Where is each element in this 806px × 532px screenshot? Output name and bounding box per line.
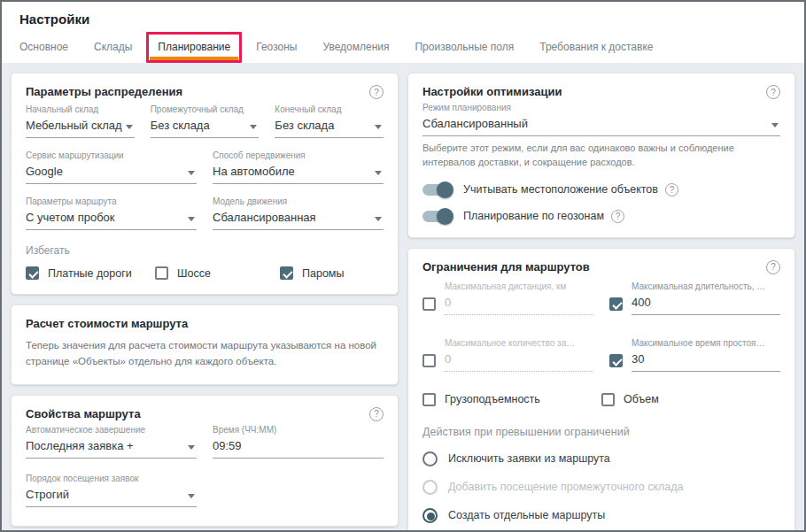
checkbox-label: Паромы — [302, 267, 344, 280]
action-add-depot-visit-radio: Добавить посещение промежуточного склада — [422, 480, 780, 495]
field-label: Автоматическое завершение — [26, 425, 197, 435]
page-header: Настройки Основное Склады Планирование Г… — [2, 2, 804, 63]
max-duration-input[interactable]: Максимальная длительность, … 400 — [632, 281, 780, 315]
toggle-row-geofences: Планирование по геозонам — [422, 210, 780, 223]
checkbox-icon — [155, 266, 168, 280]
action-create-separate-routes-radio[interactable]: Создать отдельные маршруты — [422, 508, 780, 523]
dropdown-arrow-icon — [188, 445, 195, 450]
max-distance-limit: Максимальная дистанция, км 0 — [422, 281, 593, 315]
settings-content: Параметры распределения Начальный склад … — [2, 63, 804, 532]
geofence-planning-toggle[interactable] — [422, 211, 452, 222]
field-label: Конечный склад — [275, 104, 384, 114]
checkbox-label: Грузоподъемность — [445, 393, 540, 405]
toggle-label: Учитывать местоположение объектов — [463, 183, 658, 196]
travel-mode-select[interactable]: Способ передвижения На автомобиле — [213, 150, 384, 184]
tab-delivery-requirements[interactable]: Требования к доставке — [539, 35, 653, 63]
end-warehouse-select[interactable]: Конечный склад Без склада — [275, 104, 384, 138]
radio-icon — [422, 451, 438, 466]
help-icon[interactable] — [665, 183, 678, 197]
tab-general[interactable]: Основное — [19, 35, 68, 63]
card-title: Настройки оптимизации — [422, 85, 562, 98]
tab-label: Геозоны — [256, 41, 297, 53]
field-value: Без склада — [275, 119, 334, 132]
time-input[interactable]: Время (ЧЧ:ММ) 09:59 — [213, 425, 384, 459]
tab-planning[interactable]: Планирование — [158, 35, 230, 63]
capacity-checkbox[interactable]: Грузоподъемность — [422, 393, 601, 406]
consider-object-locations-toggle[interactable] — [422, 184, 452, 196]
max-idle-input[interactable]: Максимальное время простоя… 30 — [632, 338, 780, 372]
field-value: Последняя заявка + — [26, 439, 134, 452]
tab-notifications[interactable]: Уведомления — [322, 35, 389, 63]
avoid-options-row: Платные дороги Шоссе Паромы — [26, 266, 384, 280]
help-icon[interactable] — [766, 85, 780, 99]
field-value: 09:59 — [213, 439, 242, 452]
actions-section-label: Действия при превышении ограничений — [422, 426, 780, 438]
checkbox-icon — [422, 393, 436, 406]
checkbox-icon — [280, 266, 293, 280]
tab-geofences[interactable]: Геозоны — [256, 35, 297, 63]
tab-label: Произвольные поля — [415, 41, 514, 53]
card-title: Ограничения для маршрутов — [422, 260, 590, 274]
field-label: Начальный склад — [26, 104, 135, 114]
tab-custom-fields[interactable]: Произвольные поля — [415, 35, 514, 63]
dropdown-arrow-icon — [126, 125, 133, 129]
help-icon[interactable] — [611, 210, 624, 223]
traffic-model-select[interactable]: Модель движения Сбалансированная — [213, 197, 384, 230]
volume-checkbox[interactable]: Объем — [601, 393, 780, 406]
dropdown-arrow-icon — [188, 494, 195, 498]
page-title: Настройки — [19, 12, 787, 27]
field-value: Мебельный склад — [26, 119, 122, 132]
card-title: Свойства маршрута — [26, 407, 141, 420]
planning-mode-select[interactable]: Режим планирования Сбалансированный — [422, 103, 780, 136]
checkbox-label: Платные дороги — [48, 267, 132, 280]
max-orders-checkbox[interactable] — [422, 354, 436, 367]
optimization-settings-card: Настройки оптимизации Режим планирования… — [407, 73, 795, 238]
active-tab-underline — [150, 57, 238, 60]
auto-finish-select[interactable]: Автоматическое завершение Последняя заяв… — [26, 425, 197, 459]
avoid-ferries-checkbox[interactable]: Паромы — [280, 266, 344, 280]
tab-label: Требования к доставке — [539, 41, 653, 53]
help-icon[interactable] — [369, 407, 384, 421]
avoid-toll-roads-checkbox[interactable]: Платные дороги — [26, 266, 155, 280]
dropdown-arrow-icon — [375, 171, 382, 175]
field-value: 30 — [632, 352, 644, 366]
avoid-section-label: Избегать — [26, 244, 384, 257]
avoid-highways-checkbox[interactable]: Шоссе — [155, 266, 280, 280]
route-cost-card: Расчет стоимости маршрута Теперь значени… — [11, 305, 399, 385]
field-label: Максимальное время простоя… — [632, 338, 780, 348]
max-duration-checkbox[interactable] — [609, 297, 623, 311]
field-label: Максимальная дистанция, км — [445, 281, 593, 291]
action-exclude-orders-radio[interactable]: Исключить заявки из маршрута — [422, 451, 780, 466]
field-value: На автомобиле — [213, 165, 295, 178]
checkbox-icon — [601, 393, 615, 406]
intermediate-warehouse-select[interactable]: Промежуточный склад Без склада — [151, 104, 260, 138]
field-label: Сервис маршрутизации — [26, 150, 197, 160]
field-label: Порядок посещения заявок — [26, 474, 197, 483]
field-label: Модель движения — [213, 197, 384, 206]
toggle-row-locations: Учитывать местоположение объектов — [422, 183, 780, 197]
tab-label: Уведомления — [322, 41, 389, 53]
field-label: Способ передвижения — [213, 150, 384, 160]
visit-order-select[interactable]: Порядок посещения заявок Строгий — [26, 474, 197, 507]
help-icon[interactable] — [766, 260, 780, 274]
radio-label: Исключить заявки из маршрута — [448, 452, 610, 465]
tab-label: Планирование — [158, 41, 230, 53]
field-label: Время (ЧЧ:ММ) — [213, 425, 384, 435]
routing-service-select[interactable]: Сервис маршрутизации Google — [26, 150, 197, 184]
max-idle-checkbox[interactable] — [609, 354, 623, 367]
capacity-volume-row: Грузоподъемность Объем — [422, 393, 780, 406]
dropdown-arrow-icon — [771, 123, 779, 127]
start-warehouse-select[interactable]: Начальный склад Мебельный склад — [26, 104, 135, 138]
field-label: Параметры маршрута — [26, 197, 197, 206]
toggle-knob — [437, 181, 453, 198]
radio-icon — [422, 508, 438, 523]
tab-warehouses[interactable]: Склады — [94, 35, 132, 63]
max-distance-checkbox[interactable] — [422, 297, 436, 311]
field-value: Google — [26, 165, 63, 178]
field-label: Максимальная длительность, … — [632, 281, 780, 291]
help-icon[interactable] — [369, 85, 384, 99]
route-parameters-select[interactable]: Параметры маршрута С учетом пробок — [26, 197, 197, 230]
max-orders-limit: Максимальное количество за… 0 — [422, 338, 593, 372]
dropdown-arrow-icon — [375, 217, 382, 221]
radio-label: Добавить посещение промежуточного склада — [448, 481, 684, 493]
